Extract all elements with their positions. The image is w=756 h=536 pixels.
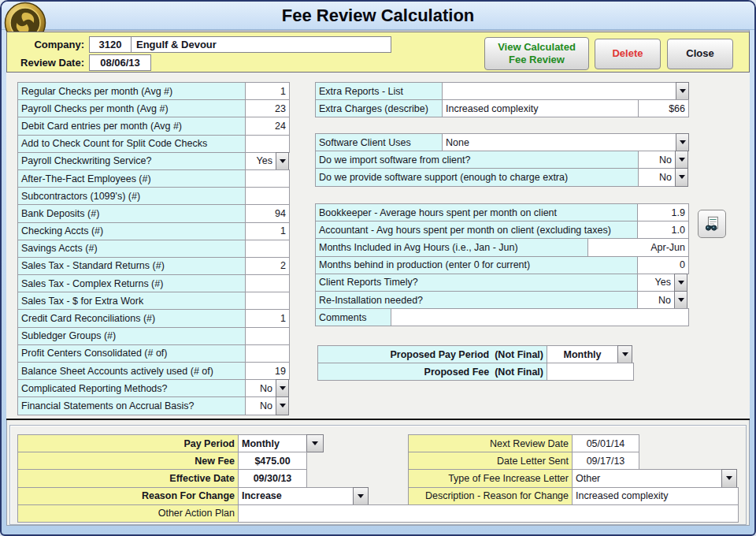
chevron-down-icon	[678, 298, 684, 302]
field-value[interactable]	[245, 169, 290, 188]
table-row: Bank Deposits (#)94	[17, 204, 290, 222]
field-value[interactable]: Yes	[245, 152, 276, 170]
table-row: Debit Card entries per month (Avg #)24	[17, 117, 290, 135]
description-reason-field[interactable]: Increased complexity	[572, 487, 739, 505]
company-number-field[interactable]: 3120	[89, 36, 132, 53]
table-row: Profit Centers Consolidated (# of)	[17, 344, 290, 363]
view-calculated-fee-review-button[interactable]: View Calculated Fee Review	[484, 37, 589, 70]
dropdown-button[interactable]	[675, 151, 688, 169]
bookkeeper-hours-field[interactable]: 1.9	[637, 203, 689, 221]
dropdown-button[interactable]	[276, 396, 289, 415]
reinstallation-select[interactable]: No	[637, 291, 675, 309]
software-uses-select[interactable]: None	[442, 133, 676, 151]
reason-for-change-select[interactable]: Increase	[238, 487, 354, 505]
binoculars-report-icon	[703, 215, 721, 233]
field-value[interactable]	[245, 344, 290, 363]
report-lookup-button[interactable]	[698, 210, 726, 238]
table-row: Extra Charges (describe) Increased compl…	[315, 99, 689, 117]
dropdown-button[interactable]	[276, 152, 289, 170]
dropdown-button[interactable]	[306, 434, 324, 452]
months-included-field[interactable]: Apr-Jun	[587, 238, 689, 256]
new-fee-label: New Fee	[17, 452, 239, 470]
chevron-down-icon	[312, 441, 318, 445]
table-row: Client Reports Timely? Yes	[315, 274, 689, 292]
other-action-plan-field[interactable]	[238, 504, 739, 523]
table-row: Do we provide software support (enough t…	[315, 168, 689, 186]
chevron-down-icon	[679, 175, 685, 179]
extra-reports-label: Extra Reports - List	[315, 82, 443, 100]
next-review-date-field[interactable]: 05/01/14	[572, 434, 639, 452]
dropdown-button[interactable]	[676, 133, 689, 151]
extra-charges-description-field[interactable]: Increased complexity	[442, 99, 639, 117]
software-support-select[interactable]: No	[638, 168, 676, 186]
months-included-label: Months Included in Avg Hours (i.e., Jan …	[315, 238, 588, 256]
table-row: Subcontractors (1099's) (#)	[17, 187, 290, 205]
extra-charges-amount-field[interactable]: $66	[638, 99, 689, 117]
field-value[interactable]	[245, 327, 290, 345]
field-value[interactable]: 24	[245, 117, 290, 135]
accountant-hours-field[interactable]: 1.0	[637, 221, 689, 239]
field-label: Complicated Reporting Methods?	[17, 379, 246, 397]
field-label: Balance Sheet Accounts actively used (# …	[17, 362, 246, 380]
field-value[interactable]	[245, 292, 290, 310]
field-value[interactable]: 1	[245, 222, 290, 240]
dropdown-button[interactable]	[675, 168, 688, 186]
field-value[interactable]: 94	[245, 204, 290, 222]
pay-period-select[interactable]: Monthly	[238, 434, 307, 452]
proposed-fee-field[interactable]	[547, 363, 634, 381]
table-row: Financial Statements on Accrual Basis?No	[17, 396, 290, 415]
fee-increase-letter-type-select[interactable]: Other	[572, 469, 722, 487]
field-value[interactable]: 23	[245, 99, 290, 117]
chevron-down-icon	[280, 404, 286, 408]
field-value[interactable]: No	[245, 396, 276, 415]
field-value[interactable]	[245, 135, 290, 153]
dropdown-button[interactable]	[674, 274, 687, 292]
dropdown-button[interactable]	[617, 345, 632, 363]
chevron-down-icon	[680, 140, 686, 144]
field-value[interactable]	[245, 240, 290, 258]
dropdown-button[interactable]	[674, 291, 687, 309]
dropdown-button[interactable]	[353, 487, 369, 505]
field-value[interactable]	[245, 187, 290, 205]
field-value[interactable]: 1	[245, 82, 290, 100]
proposed-fee-label: Proposed Fee (Not Final)	[317, 363, 547, 381]
chevron-down-icon	[280, 386, 286, 390]
extra-reports-group: Extra Reports - List Extra Charges (desc…	[315, 82, 689, 117]
new-fee-field[interactable]: $475.00	[238, 452, 307, 470]
months-behind-field[interactable]: 0	[637, 256, 689, 274]
field-label: Savings Accts (#)	[17, 240, 246, 258]
field-label: Subledger Groups (#)	[17, 327, 246, 345]
field-label: Add to Check Count for Split Code Checks	[17, 135, 246, 153]
fee-increase-letter-type-label: Type of Fee Increase Letter	[408, 469, 573, 487]
review-date-field[interactable]: 08/06/13	[89, 54, 151, 71]
field-value[interactable]: 19	[245, 362, 290, 380]
field-label: Regular Checks per month (Avg #)	[17, 82, 246, 100]
table-row: Comments	[315, 308, 689, 326]
extra-reports-select[interactable]	[442, 82, 676, 100]
field-value[interactable]: No	[245, 379, 276, 397]
field-value[interactable]: 2	[245, 257, 290, 275]
effective-date-field[interactable]: 09/30/13	[238, 469, 307, 487]
dropdown-button[interactable]	[276, 379, 289, 397]
reports-timely-select[interactable]: Yes	[637, 274, 675, 292]
dropdown-button[interactable]	[676, 82, 689, 100]
table-row: Checking Accts (#)1	[17, 222, 290, 240]
table-row: Other Action Plan	[17, 504, 739, 523]
field-value[interactable]	[245, 274, 290, 292]
pay-period-label: Pay Period	[17, 434, 239, 452]
dropdown-button[interactable]	[721, 469, 737, 487]
extra-charges-label: Extra Charges (describe)	[315, 99, 443, 117]
field-value[interactable]: 1	[245, 309, 290, 327]
reinstallation-label: Re-Installation needed?	[315, 291, 638, 309]
import-software-select[interactable]: No	[638, 151, 676, 169]
software-uses-label: Software Client Uses	[315, 133, 443, 151]
delete-button[interactable]: Delete	[595, 39, 661, 69]
date-letter-sent-field[interactable]: 09/17/13	[572, 452, 639, 470]
company-name-field[interactable]: Engulf & Devour	[131, 36, 391, 53]
table-row: Payroll Checks per month (Avg #)23	[17, 99, 290, 117]
close-button[interactable]: Close	[667, 39, 733, 69]
comments-field[interactable]	[391, 308, 689, 326]
other-action-plan-label: Other Action Plan	[17, 504, 239, 523]
proposed-pay-period-select[interactable]: Monthly	[547, 345, 618, 363]
table-row: Savings Accts (#)	[17, 240, 290, 258]
